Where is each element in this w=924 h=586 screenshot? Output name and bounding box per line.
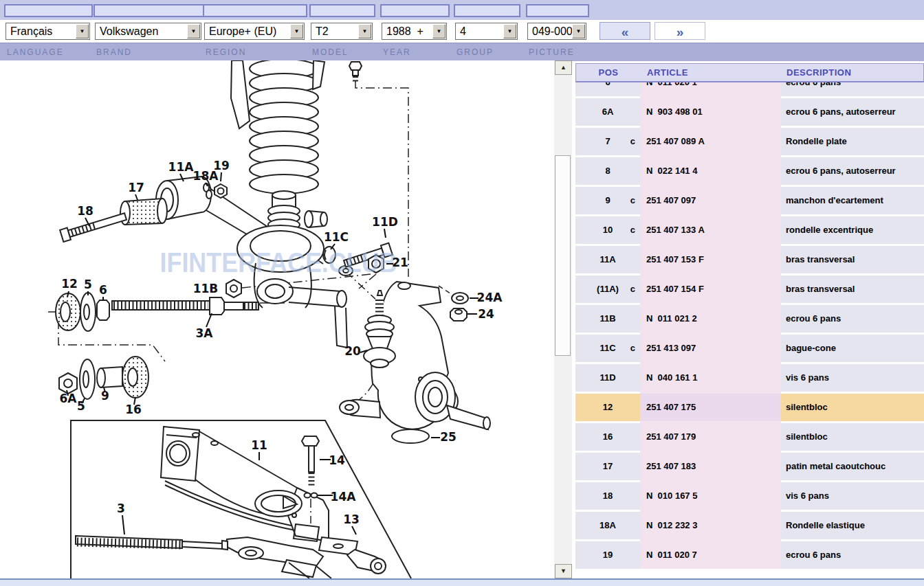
description-cell: ecrou 6 pans, autoserreur [781,98,924,126]
article-cell: N 012 232 3 [640,512,781,539]
field-label-model: MODEL [312,43,349,61]
table-row[interactable]: 11BN 011 021 2ecrou 6 pans [575,305,924,333]
table-row[interactable]: 8N 022 141 4ecrou 6 pans, autoserreur [575,157,924,185]
dropdown-arrow-icon[interactable]: ▼ [358,24,371,38]
diagram-position-label[interactable]: 14A [331,490,357,504]
description-cell: rondelle excentrique [781,216,924,244]
brand-dropdown[interactable]: Volkswagen▼ [95,23,201,40]
diagram-position-label[interactable]: 3A [196,326,214,340]
region-dropdown[interactable]: Europe+ (EU)▼ [204,23,305,40]
flag-cell: c [630,128,635,155]
model-dropdown[interactable]: T2▼ [311,23,373,40]
diagram-position-label[interactable]: 6A [60,392,78,405]
field-label-brand: BRAND [96,43,132,61]
diagram-position-label[interactable]: 3 [117,502,125,515]
article-cell: 251 413 097 [640,335,781,362]
flag-cell: c [630,335,635,362]
diagram-position-label[interactable]: 16 [125,403,142,416]
diagram-position-label[interactable]: 19 [213,159,230,172]
description-cell: vis 6 pans [781,364,924,392]
dropdown-arrow-icon[interactable]: ▼ [76,24,89,38]
diagram-position-label[interactable]: 11B [193,282,219,295]
toolbar-slot-picture [526,4,589,17]
article-cell: 251 407 175 [640,394,781,421]
group-dropdown[interactable]: 4▼ [455,23,518,40]
article-cell: N 010 167 5 [640,482,781,510]
article-cell: N 011 021 2 [640,305,781,333]
toolbar: Français▼Volkswagen▼Europe+ (EU)▼T2▼1988… [0,0,924,60]
column-header-description: DESCRIPTION [782,64,924,81]
diagram-position-label[interactable]: 24A [477,291,503,304]
column-header-article: ARTICLE [641,64,782,81]
article-cell: 251 407 154 F [640,275,781,303]
pos-cell: 12 [575,394,640,421]
dropdown-arrow-icon[interactable]: ▼ [187,24,200,38]
scroll-up-icon[interactable]: ▲ [555,60,572,75]
diagram-position-label[interactable]: 18 [77,204,94,218]
diagram-position-label[interactable]: 17 [128,181,144,194]
table-row[interactable]: 19N 011 020 7ecrou 6 pans [575,541,924,569]
status-bar [0,578,924,586]
table-row[interactable]: 18AN 012 232 3Rondelle elastique [575,512,924,539]
diagram-position-label[interactable]: 5 [84,278,92,291]
diagram-position-label[interactable]: 21 [392,256,408,269]
dropdown-arrow-icon[interactable]: ▼ [290,24,303,38]
table-row[interactable]: (11A)c251 407 154 Fbras transversal [575,275,924,303]
picture-dropdown[interactable]: 049-000▼ [527,23,586,40]
diagram-position-label[interactable]: 13 [343,512,360,526]
scroll-down-icon[interactable]: ▼ [555,564,572,578]
pos-cell: 11A [575,246,640,273]
table-scrollbar[interactable]: ▲ ▼ [554,60,572,578]
diagram-position-label[interactable]: 25 [440,430,456,444]
diagram-position-label[interactable]: 6 [99,283,107,297]
table-row[interactable]: 7c251 407 089 ARondelle plate [575,128,924,155]
pos-cell: 11D [575,364,640,392]
next-picture-button[interactable]: » [654,22,705,40]
diagram-position-label[interactable]: 12 [61,277,78,291]
table-header: POS ARTICLE DESCRIPTION [575,63,924,82]
article-cell: 251 407 133 A [640,216,781,244]
article-cell: 251 407 179 [640,423,781,451]
toolbar-slot-brand [94,4,204,17]
diagram-position-label[interactable]: 5 [77,399,85,413]
dropdown-arrow-icon[interactable]: ▼ [572,24,585,38]
group-dropdown-value: 4 [460,23,503,39]
region-dropdown-value: Europe+ (EU) [209,23,290,39]
dropdown-arrow-icon[interactable]: ▼ [432,24,446,38]
table-row[interactable]: 12251 407 175silentbloc [575,394,924,421]
diagram-position-label[interactable]: 11 [251,438,267,452]
diagram-position-label[interactable]: 11C [324,230,349,244]
description-cell: ecrou 6 pans [781,82,924,96]
description-cell: silentbloc [781,394,924,421]
description-cell: Rondelle elastique [781,512,924,539]
table-row[interactable]: 9c251 407 097manchon d'ecartement [575,187,924,214]
article-cell: N 011 020 1 [640,82,781,96]
year-dropdown[interactable]: 1988 +▼ [382,23,447,40]
table-row[interactable]: 17251 407 183patin metal caoutchouc [575,453,924,480]
table-row[interactable]: 11A251 407 153 Fbras transversal [575,246,924,273]
table-row[interactable]: 6AN 903 498 01ecrou 6 pans, autoserreur [575,98,924,126]
picture-dropdown-value: 049-000 [532,23,572,39]
field-label-group: GROUP [456,43,494,61]
previous-picture-button[interactable]: « [600,22,650,40]
diagram-position-label[interactable]: 11D [372,215,398,229]
table-row[interactable]: 10c251 407 133 Arondelle excentrique [575,216,924,244]
pos-cell: 16 [575,423,640,451]
pos-cell: 8 [575,157,640,185]
field-label-bar: LANGUAGEBRANDREGIONMODELYEARGROUPPICTURE [0,43,924,61]
diagram-position-label[interactable]: 24 [478,307,494,321]
table-row[interactable]: 16251 407 179silentbloc [575,423,924,451]
diagram-position-label[interactable]: 14 [329,453,345,467]
field-label-year: YEAR [383,43,411,61]
pos-cell: 6A [575,98,640,126]
diagram-position-label[interactable]: 11A [168,160,195,174]
scrollbar-thumb[interactable] [555,155,571,356]
diagram-position-label[interactable]: 9 [101,389,109,403]
table-row[interactable]: 11Cc251 413 097bague-cone [575,335,924,362]
table-row[interactable]: 18N 010 167 5vis 6 pans [575,482,924,510]
table-row[interactable]: 6N 011 020 1ecrou 6 pans [575,82,924,96]
dropdown-arrow-icon[interactable]: ▼ [503,24,516,38]
language-dropdown[interactable]: Français▼ [6,23,90,40]
diagram-position-label[interactable]: 20 [344,344,361,358]
table-row[interactable]: 11DN 040 161 1vis 6 pans [575,364,924,392]
